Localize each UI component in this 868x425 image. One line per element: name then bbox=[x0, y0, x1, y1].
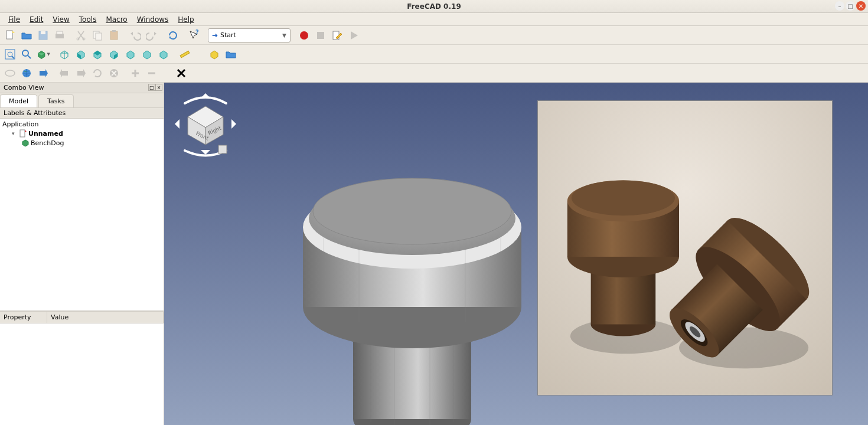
svg-rect-11 bbox=[112, 30, 116, 32]
property-header-value[interactable]: Value bbox=[47, 312, 164, 323]
svg-marker-38 bbox=[160, 51, 167, 59]
macro-stop-button[interactable] bbox=[313, 28, 328, 43]
window-title: FreeCAD 0.19 bbox=[407, 2, 461, 11]
svg-marker-57 bbox=[175, 119, 180, 129]
fit-selection-icon bbox=[21, 48, 32, 60]
tree-document[interactable]: ▾ Unnamed bbox=[1, 129, 162, 138]
fit-all-button[interactable] bbox=[2, 47, 18, 62]
svg-marker-60 bbox=[201, 150, 210, 155]
fit-selection-button[interactable] bbox=[19, 47, 34, 62]
menu-macro[interactable]: Macro bbox=[101, 14, 132, 25]
save-button[interactable] bbox=[35, 28, 51, 43]
start-arrow-icon: ➔ bbox=[212, 31, 218, 40]
measure-button[interactable] bbox=[177, 47, 192, 62]
view-bottom-button[interactable] bbox=[139, 47, 155, 62]
tree-object-benchdog[interactable]: BenchDog bbox=[1, 138, 162, 148]
stop-circle-icon bbox=[108, 67, 120, 79]
nav-back-page-button[interactable] bbox=[57, 66, 72, 81]
nav-reload-button[interactable] bbox=[90, 66, 105, 81]
zoom-out-button[interactable] bbox=[144, 66, 159, 81]
svg-marker-12 bbox=[130, 32, 133, 35]
whats-this-button[interactable]: ? bbox=[187, 28, 202, 43]
svg-line-22 bbox=[12, 56, 14, 58]
nav-forward-button[interactable] bbox=[35, 66, 51, 81]
document-tree[interactable]: Application ▾ Unnamed BenchDog bbox=[0, 119, 164, 310]
menu-windows[interactable]: Windows bbox=[132, 14, 174, 25]
svg-point-91 bbox=[572, 180, 675, 215]
3d-model[interactable] bbox=[253, 124, 572, 425]
svg-marker-59 bbox=[201, 93, 210, 98]
svg-rect-17 bbox=[317, 32, 324, 39]
close-x-button[interactable] bbox=[174, 66, 189, 81]
tree-root-label: Application bbox=[2, 120, 38, 128]
menu-tools[interactable]: Tools bbox=[74, 14, 102, 25]
workbench-selector[interactable]: ➔ Start ▼ bbox=[208, 28, 291, 42]
panel-close-button[interactable]: × bbox=[155, 84, 162, 91]
menu-help[interactable]: Help bbox=[173, 14, 198, 25]
tree-root-application[interactable]: Application bbox=[1, 120, 162, 129]
property-header-property[interactable]: Property bbox=[0, 312, 47, 323]
menu-view[interactable]: View bbox=[48, 14, 74, 25]
maximize-button[interactable]: □ bbox=[846, 1, 855, 11]
svg-point-41 bbox=[5, 70, 15, 76]
expand-arrow-icon[interactable]: ▾ bbox=[12, 130, 19, 136]
3d-viewport[interactable]: Front Right bbox=[164, 83, 868, 425]
macro-record-button[interactable] bbox=[296, 28, 312, 43]
menu-file[interactable]: File bbox=[4, 14, 25, 25]
paste-icon bbox=[108, 30, 120, 41]
svg-rect-9 bbox=[96, 33, 102, 40]
tab-tasks[interactable]: Tasks bbox=[38, 94, 73, 107]
measure-icon bbox=[179, 48, 191, 60]
undo-icon bbox=[129, 30, 141, 41]
svg-text:?: ? bbox=[195, 30, 199, 35]
redo-button[interactable] bbox=[144, 28, 159, 43]
tab-model[interactable]: Model bbox=[0, 94, 37, 107]
svg-marker-58 bbox=[231, 119, 236, 129]
minimize-button[interactable]: – bbox=[835, 1, 844, 11]
panel-float-button[interactable]: □ bbox=[148, 84, 155, 91]
svg-line-24 bbox=[28, 55, 31, 58]
nav-home-button[interactable] bbox=[2, 66, 18, 81]
close-button[interactable]: ✕ bbox=[856, 1, 866, 11]
view-left-button[interactable] bbox=[156, 47, 171, 62]
paste-button[interactable] bbox=[106, 28, 122, 43]
zoom-in-button[interactable] bbox=[128, 66, 143, 81]
tree-header: Labels & Attributes bbox=[0, 108, 164, 119]
copy-button[interactable] bbox=[90, 28, 105, 43]
view-front-button[interactable] bbox=[73, 47, 89, 62]
refresh-button[interactable] bbox=[165, 28, 181, 43]
svg-point-16 bbox=[300, 31, 308, 40]
navigation-cube[interactable]: Front Right bbox=[170, 89, 241, 159]
nav-forward-page-button[interactable] bbox=[73, 66, 89, 81]
group-button[interactable] bbox=[223, 47, 239, 62]
svg-marker-40 bbox=[211, 51, 218, 59]
view-top-button[interactable] bbox=[90, 47, 105, 62]
main-area: Combo View □ × Model Tasks Labels & Attr… bbox=[0, 83, 868, 425]
draw-style-button[interactable]: ▼ bbox=[35, 47, 51, 62]
cut-button[interactable] bbox=[73, 28, 89, 43]
workbench-label: Start bbox=[220, 31, 282, 39]
open-button[interactable] bbox=[19, 28, 34, 43]
macro-play-button[interactable] bbox=[346, 28, 361, 43]
svg-marker-37 bbox=[143, 51, 151, 59]
print-button[interactable] bbox=[52, 28, 67, 43]
part-button[interactable] bbox=[207, 47, 222, 62]
view-iso-button[interactable] bbox=[57, 47, 72, 62]
svg-rect-64 bbox=[218, 145, 227, 153]
reload-icon bbox=[92, 67, 103, 79]
view-right-button[interactable] bbox=[106, 47, 122, 62]
toolbar-view: ▼ bbox=[0, 45, 868, 64]
nav-globe-button[interactable] bbox=[19, 66, 34, 81]
svg-marker-45 bbox=[77, 69, 86, 77]
undo-button[interactable] bbox=[128, 28, 143, 43]
new-document-button[interactable] bbox=[2, 28, 18, 43]
macro-edit-button[interactable] bbox=[329, 28, 345, 43]
nav-stop-button[interactable] bbox=[106, 66, 122, 81]
draw-style-icon bbox=[36, 48, 47, 60]
svg-marker-43 bbox=[40, 69, 48, 77]
view-rear-button[interactable] bbox=[123, 47, 138, 62]
menu-edit[interactable]: Edit bbox=[25, 14, 48, 25]
view-iso-icon bbox=[58, 48, 70, 60]
zoom-out-icon bbox=[146, 67, 158, 79]
property-header: Property Value bbox=[0, 312, 164, 323]
